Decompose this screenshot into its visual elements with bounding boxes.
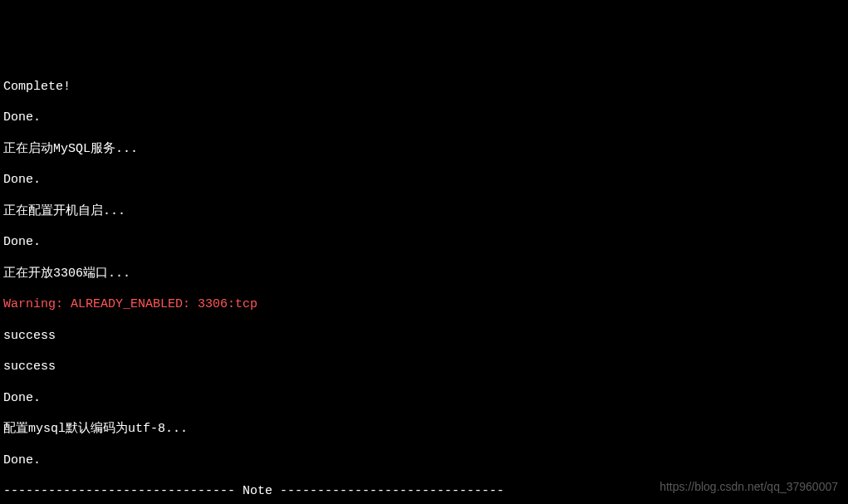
output-line: 正在配置开机自启...	[3, 204, 845, 220]
watermark-text: https://blog.csdn.net/qq_37960007	[659, 480, 838, 495]
terminal-output[interactable]: Complete! Done. 正在启动MySQL服务... Done. 正在配…	[3, 64, 845, 504]
output-line: success	[3, 360, 845, 375]
output-line: 配置mysql默认编码为utf-8...	[3, 422, 845, 438]
output-line: 正在启动MySQL服务...	[3, 142, 845, 158]
warning-line: Warning: ALREADY_ENABLED: 3306:tcp	[3, 297, 845, 313]
output-line: 正在开放3306端口...	[3, 267, 845, 282]
output-line: Done.	[3, 235, 845, 251]
output-line: Done.	[3, 173, 845, 188]
output-line: Complete!	[3, 80, 845, 95]
output-line: success	[3, 329, 845, 345]
output-line: Done.	[3, 391, 845, 407]
output-line: Done.	[3, 453, 845, 469]
output-line: Done.	[3, 110, 845, 126]
